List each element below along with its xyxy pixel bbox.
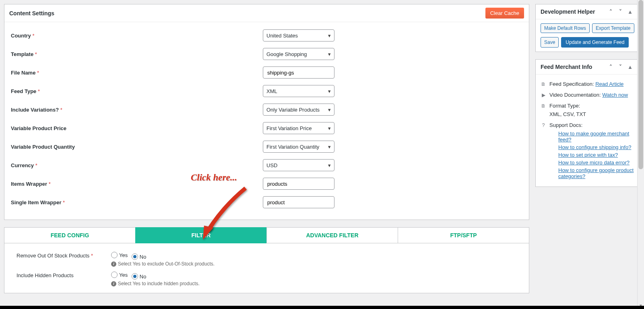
currency-select[interactable]: USD▾ [263, 159, 334, 171]
save-button[interactable]: Save [541, 37, 559, 48]
chevron-down-icon[interactable]: ˅ [615, 8, 625, 15]
document-icon: 🗎 [541, 103, 546, 109]
caret-up-icon[interactable]: ▴ [625, 64, 635, 70]
file-name-label: File Name * [9, 70, 263, 76]
variable-price-select[interactable]: First Variation Price▾ [263, 122, 334, 134]
watch-now-link[interactable]: Watch now [602, 92, 628, 98]
merchant-info-title: Feed Merchant Info [541, 64, 592, 70]
export-template-button[interactable]: Export Template [592, 23, 634, 33]
read-article-link[interactable]: Read Article [595, 81, 623, 87]
info-icon: i [111, 261, 116, 267]
support-link-5[interactable]: How to configure google product categori… [558, 167, 635, 179]
info-icon: i [111, 281, 116, 286]
caret-up-icon[interactable]: ▴ [625, 8, 635, 15]
tab-advanced-filter[interactable]: ADVANCED FILTER [266, 227, 398, 243]
make-default-rows-button[interactable]: Make Default Rows [541, 23, 590, 33]
scrollbar-thumb[interactable] [638, 0, 643, 169]
country-label: Country * [9, 33, 263, 39]
content-settings-panel: Content Settings Clear Cache Country * U… [4, 4, 529, 220]
remove-oos-no-radio[interactable]: No [132, 253, 147, 260]
single-item-wrapper-input[interactable] [263, 196, 334, 208]
currency-label: Currency * [9, 162, 263, 168]
support-link-1[interactable]: How to make google merchant feed? [558, 131, 635, 143]
support-link-2[interactable]: How to configure shipping info? [558, 144, 631, 150]
clear-cache-button[interactable]: Clear Cache [485, 8, 524, 19]
tab-filter[interactable]: FILTER [135, 227, 267, 243]
support-link-4[interactable]: How to solve micro data error? [558, 160, 630, 166]
include-hidden-label: Include Hidden Products [17, 272, 111, 278]
remove-oos-hint: iSelect Yes to exclude Out-Of-Stock prod… [111, 261, 215, 267]
dev-helper-title: Development Helper [541, 8, 595, 15]
support-link-3[interactable]: How to set price with tax? [558, 152, 618, 158]
tabs: FEED CONFIG FILTER ADVANCED FILTER FTP/S… [4, 227, 529, 243]
include-hidden-no-radio[interactable]: No [132, 273, 147, 280]
variable-qty-label: Variable Product Quantity [9, 144, 263, 150]
filter-body: Remove Out Of Stock Products * Yes No iS… [4, 243, 529, 293]
chevron-down-icon: ▾ [328, 162, 331, 168]
support-label: Support Docs: [549, 122, 635, 128]
remove-oos-yes-radio[interactable]: Yes [111, 252, 128, 258]
variable-price-label: Variable Product Price [9, 125, 263, 131]
remove-oos-label: Remove Out Of Stock Products * [17, 252, 111, 259]
document-icon: 🗎 [541, 81, 546, 87]
tab-feed-config[interactable]: FEED CONFIG [4, 227, 136, 243]
chevron-down-icon: ▾ [328, 33, 331, 39]
spec-label: Feed Specification: [549, 81, 594, 87]
include-hidden-yes-radio[interactable]: Yes [111, 272, 128, 278]
chevron-down-icon[interactable]: ˅ [615, 64, 625, 70]
chevron-down-icon: ▾ [328, 107, 331, 113]
variable-qty-select[interactable]: First Variation Quantity▾ [263, 141, 334, 153]
feed-type-select[interactable]: XML▾ [263, 85, 334, 97]
items-wrapper-input[interactable] [263, 178, 334, 190]
single-item-wrapper-label: Single Item Wrapper * [9, 199, 263, 205]
chevron-down-icon: ▾ [328, 88, 331, 94]
development-helper-panel: Development Helper ˄ ˅ ▴ Make Default Ro… [535, 4, 640, 52]
panel-title: Content Settings [9, 10, 54, 17]
format-value: XML, CSV, TXT [549, 111, 586, 117]
country-select[interactable]: United States▾ [263, 29, 334, 41]
file-name-input[interactable] [263, 66, 334, 79]
chevron-down-icon: ▾ [328, 144, 331, 150]
items-wrapper-label: Items Wrapper * [9, 181, 263, 187]
feed-type-label: Feed Type * [9, 88, 263, 94]
include-variations-select[interactable]: Only Variable Products▾ [263, 104, 334, 116]
chevron-up-icon[interactable]: ˄ [606, 8, 615, 15]
chevron-down-icon: ▾ [328, 51, 331, 57]
update-generate-feed-button[interactable]: Update and Generate Feed [561, 37, 629, 48]
scrollbar[interactable]: ▼ [637, 0, 644, 293]
chevron-up-icon[interactable]: ˄ [606, 64, 615, 70]
template-label: Template * [9, 51, 263, 57]
video-label: Video Documentation: [549, 92, 601, 98]
help-icon: ? [541, 122, 546, 128]
include-variations-label: Include Variations? * [9, 107, 263, 113]
format-label: Format Type: [549, 103, 586, 109]
tab-ftp[interactable]: FTP/SFTP [398, 227, 529, 243]
chevron-down-icon: ▾ [328, 125, 331, 131]
template-select[interactable]: Google Shopping▾ [263, 48, 334, 60]
play-icon: ▶ [541, 92, 546, 98]
feed-merchant-info-panel: Feed Merchant Info ˄ ˅ ▴ 🗎 Feed Specific… [535, 59, 640, 187]
include-hidden-hint: iSelect Yes to include hidden products. [111, 281, 200, 286]
